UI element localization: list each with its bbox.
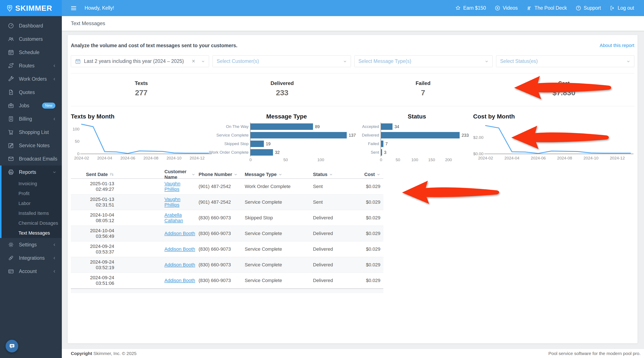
sidebar-item-invoicing[interactable]: Invoicing <box>2 179 62 189</box>
report-description: Analyze the volume and cost of text mess… <box>71 43 238 48</box>
chevron-down-icon[interactable] <box>376 172 380 176</box>
customer-link[interactable]: Addison Booth <box>164 278 195 283</box>
sidebar-item-label: Dashboard <box>19 23 56 29</box>
column-label: Message Type <box>245 172 277 177</box>
sidebar-item-routes[interactable]: Routes <box>0 59 62 72</box>
column-header-status[interactable]: Status <box>313 172 358 177</box>
table-row: 2024-10-04 08:05:12Arabella Callahan(830… <box>71 210 384 226</box>
svg-text:Skipped Stop: Skipped Stop <box>224 142 248 146</box>
sidebar-item-labor[interactable]: Labor <box>2 198 62 208</box>
sidebar-item-broadcast-emails[interactable]: Broadcast Emails <box>0 152 62 166</box>
column-header-message-type[interactable]: Message Type <box>245 172 313 177</box>
stat-value: 277 <box>71 88 212 97</box>
customer-link[interactable]: Addison Booth <box>164 262 195 268</box>
sidebar-item-work-orders[interactable]: Work Orders <box>0 72 62 86</box>
filter-select-message-type-s[interactable]: Select Message Type(s) <box>354 55 493 67</box>
sidebar-item-integrations[interactable]: Integrations <box>0 251 62 265</box>
chevron-down-icon[interactable] <box>192 172 195 176</box>
sidebar-item-customers[interactable]: Customers <box>0 32 62 46</box>
top-header: Howdy, Kelly! Earn $150VideosThe Pool De… <box>62 0 644 16</box>
about-report-link[interactable]: About this report <box>600 43 634 48</box>
hamburger-menu-icon[interactable] <box>70 5 77 12</box>
sidebar-item-settings[interactable]: Settings <box>0 238 62 251</box>
sidebar-item-installed-items[interactable]: Installed Items <box>2 208 62 218</box>
sidebar-item-label: Quotes <box>19 90 56 95</box>
sidebar-subitem-label: Invoicing <box>18 181 37 186</box>
main-area: Howdy, Kelly! Earn $150VideosThe Pool De… <box>62 0 644 358</box>
cell-phone-number: (830) 660-9073 <box>195 246 245 252</box>
sidebar-subitem-label: Labor <box>18 201 30 206</box>
topnav-earn-150[interactable]: Earn $150 <box>455 5 486 11</box>
chevron-left-icon <box>52 64 56 68</box>
chevron-down-icon[interactable] <box>329 172 333 176</box>
table-header-row: Sent DateCustomer NamePhone NumberMessag… <box>71 169 384 179</box>
svg-text:100: 100 <box>72 127 80 131</box>
customer-link[interactable]: Vaughn Phillips <box>164 196 180 208</box>
sidebar-item-billing[interactable]: Billing <box>0 112 62 126</box>
cell-phone-number: (901) 487-2542 <box>195 184 245 189</box>
table-bottom-strip <box>71 288 384 293</box>
footer: Copyright Skimmer, Inc. © 2025 Pool serv… <box>62 349 644 358</box>
chevron-left-icon <box>52 77 56 81</box>
sidebar-item-label: Broadcast Emails <box>19 156 57 162</box>
svg-text:Service Complete: Service Complete <box>216 133 248 137</box>
sidebar-item-dashboard[interactable]: Dashboard <box>0 19 62 32</box>
customer-link[interactable]: Arabella Callahan <box>164 212 183 223</box>
page-title: Text Messages <box>71 20 105 26</box>
svg-text:100: 100 <box>411 158 418 162</box>
column-header-phone-number[interactable]: Phone Number <box>195 172 245 177</box>
svg-text:89: 89 <box>315 124 320 129</box>
svg-text:150: 150 <box>428 158 435 162</box>
sidebar-item-label: Customers <box>19 36 56 42</box>
filter-date-range[interactable]: 31Last 2 years including this year (2024… <box>71 55 209 67</box>
svg-text:2024-02: 2024-02 <box>478 156 493 160</box>
svg-text:2024-12: 2024-12 <box>610 156 625 160</box>
sidebar-item-shopping-list[interactable]: Shopping List <box>0 126 62 139</box>
column-header-customer-name[interactable]: Customer Name <box>116 169 195 180</box>
sidebar-item-label: Billing <box>19 116 52 122</box>
cell-sent-date: 2024-10-04 08:05:12 <box>71 212 116 224</box>
chart-title: Texts by Month <box>71 113 212 120</box>
play-circle-icon <box>494 5 500 11</box>
sidebar-item-profit[interactable]: Profit <box>2 189 62 198</box>
filter-select-status-es[interactable]: Select Status(es) <box>496 55 634 67</box>
table-row: 2024-09-24 03:51:06Addison Booth(830) 66… <box>71 273 384 288</box>
jobs-icon <box>8 102 14 109</box>
star-icon <box>455 5 461 11</box>
sort-icon[interactable] <box>110 172 114 177</box>
sidebar-item-chemical-dosages[interactable]: Chemical Dosages <box>2 218 62 228</box>
column-header-cost[interactable]: Cost <box>358 172 384 177</box>
topnav-support[interactable]: Support <box>576 5 601 11</box>
cell-cost: $0.029 <box>358 200 384 205</box>
customer-link[interactable]: Addison Booth <box>164 231 195 236</box>
cell-customer-name: Addison Booth <box>116 278 195 283</box>
chevron-down-icon <box>485 60 488 63</box>
chevron-down-icon[interactable] <box>234 172 238 176</box>
sidebar-item-schedule[interactable]: Schedule <box>0 46 62 59</box>
customer-link[interactable]: Vaughn Phillips <box>164 181 180 192</box>
greeting-text: Howdy, Kelly! <box>84 5 114 11</box>
texts-by-month-chart: 0501002024-022024-042024-062024-082024-1… <box>71 122 212 162</box>
topnav-videos[interactable]: Videos <box>494 5 518 11</box>
sidebar-item-text-messages[interactable]: Text Messages <box>2 228 62 238</box>
column-header-sent-date[interactable]: Sent Date <box>71 172 116 177</box>
sidebar-item-service-notes[interactable]: Service Notes <box>0 139 62 152</box>
customer-link[interactable]: Addison Booth <box>164 246 195 252</box>
sidebar-item-reports[interactable]: Reports <box>2 166 62 179</box>
clear-filter-icon[interactable]: × <box>192 58 195 64</box>
chat-widget-button[interactable] <box>6 340 18 352</box>
cell-cost: $0.029 <box>358 184 384 189</box>
chart-message-type: Message TypeOn The Way89Service Complete… <box>212 112 361 162</box>
topnav-log-out[interactable]: Log out <box>610 5 634 11</box>
cell-customer-name: Arabella Callahan <box>116 212 195 224</box>
topnav-the-pool-deck[interactable]: The Pool Deck <box>526 5 567 11</box>
chevron-down-icon[interactable] <box>278 172 282 176</box>
sidebar-subitem-label: Installed Items <box>18 210 49 216</box>
filter-select-customer-s[interactable]: Select Customer(s) <box>212 55 351 67</box>
sidebar-item-quotes[interactable]: Quotes <box>0 86 62 99</box>
sidebar-item-label: Integrations <box>19 255 52 261</box>
stat-value: 7 <box>353 88 494 97</box>
sidebar-subitem-label: Chemical Dosages <box>18 220 58 226</box>
sidebar-item-jobs[interactable]: JobsNew <box>0 99 62 112</box>
sidebar-item-account[interactable]: Account <box>0 265 62 278</box>
